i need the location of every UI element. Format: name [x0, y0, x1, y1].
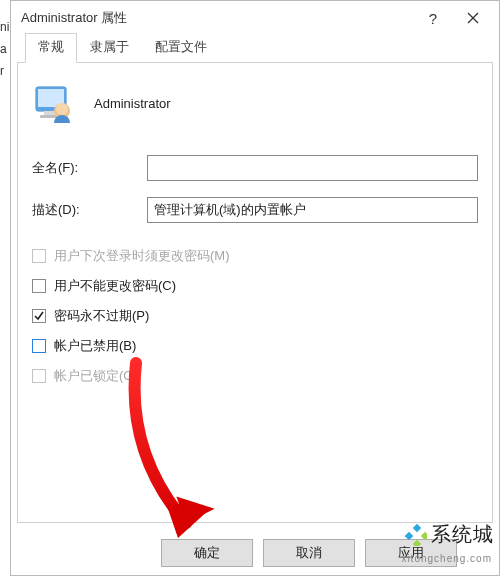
- fullname-input[interactable]: [147, 155, 478, 181]
- titlebar: Administrator 属性 ?: [11, 1, 499, 35]
- background-window-fragment: ni a r: [0, 20, 10, 560]
- dialog-button-row: 确定 取消 应用: [11, 539, 499, 567]
- tab-member-of[interactable]: 隶属于: [77, 33, 142, 63]
- close-icon: [467, 12, 479, 24]
- fullname-label: 全名(F):: [32, 159, 147, 177]
- check-label: 帐户已锁定(O): [54, 367, 138, 385]
- checkbox-icon: [32, 369, 46, 383]
- tab-body-general: Administrator 全名(F): 描述(D): 用户下次登录时须更改密码…: [17, 63, 493, 523]
- properties-dialog: Administrator 属性 ? 常规 隶属于 配置文件: [10, 0, 500, 576]
- tab-profile[interactable]: 配置文件: [142, 33, 220, 63]
- close-button[interactable]: [453, 4, 493, 32]
- user-header: Administrator: [32, 81, 478, 125]
- cancel-button[interactable]: 取消: [263, 539, 355, 567]
- check-password-never-expires[interactable]: 密码永不过期(P): [32, 307, 478, 325]
- checkbox-list: 用户下次登录时须更改密码(M) 用户不能更改密码(C) 密码永不过期(P) 帐户…: [32, 247, 478, 385]
- help-button[interactable]: ?: [413, 4, 453, 32]
- checkbox-highlighted-icon: [32, 339, 46, 353]
- check-account-locked: 帐户已锁定(O): [32, 367, 478, 385]
- check-account-disabled[interactable]: 帐户已禁用(B): [32, 337, 478, 355]
- description-input[interactable]: [147, 197, 478, 223]
- check-label: 用户下次登录时须更改密码(M): [54, 247, 230, 265]
- check-must-change-password: 用户下次登录时须更改密码(M): [32, 247, 478, 265]
- check-label: 帐户已禁用(B): [54, 337, 136, 355]
- tab-general[interactable]: 常规: [25, 33, 77, 63]
- svg-point-8: [56, 103, 68, 115]
- description-row: 描述(D):: [32, 197, 478, 223]
- fullname-row: 全名(F):: [32, 155, 478, 181]
- checkbox-checked-icon: [32, 309, 46, 323]
- window-title: Administrator 属性: [21, 9, 413, 27]
- checkbox-icon: [32, 249, 46, 263]
- apply-button[interactable]: 应用: [365, 539, 457, 567]
- check-cannot-change-password[interactable]: 用户不能更改密码(C): [32, 277, 478, 295]
- description-label: 描述(D):: [32, 201, 147, 219]
- ok-button[interactable]: 确定: [161, 539, 253, 567]
- check-label: 密码永不过期(P): [54, 307, 149, 325]
- tab-strip: 常规 隶属于 配置文件: [17, 35, 493, 63]
- checkbox-icon: [32, 279, 46, 293]
- check-label: 用户不能更改密码(C): [54, 277, 176, 295]
- user-name-label: Administrator: [94, 96, 171, 111]
- user-account-icon: [32, 81, 76, 125]
